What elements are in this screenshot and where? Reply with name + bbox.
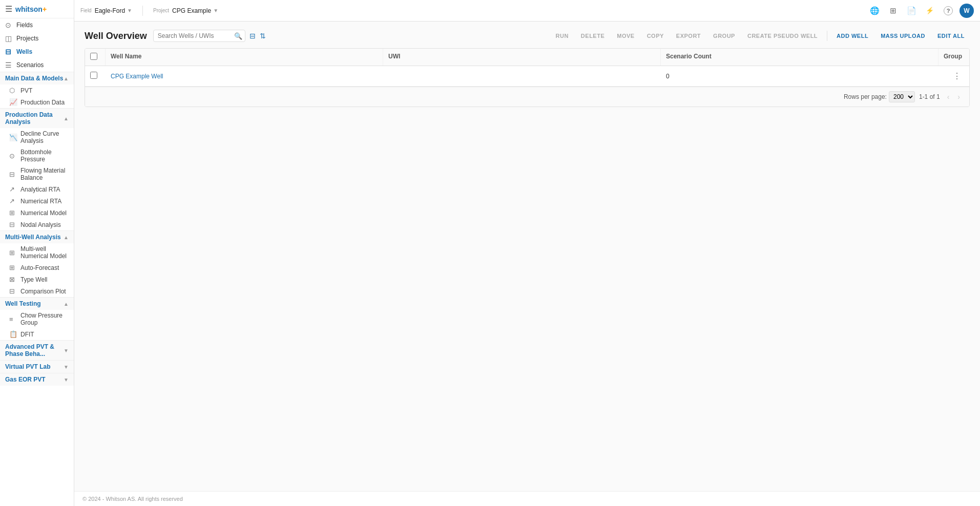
projects-icon: ◫ [5,34,13,43]
sub-nav-numerical-model[interactable]: ⊞ Numerical Model [0,207,74,219]
sub-nav-dfit[interactable]: 📋 DFIT [0,328,74,340]
sub-nav-bottomhole[interactable]: ⊙ Bottomhole Pressure [0,146,74,165]
sub-label-analytical-rta: Analytical RTA [20,186,60,193]
section-header-main-data[interactable]: Main Data & Models ▲ [0,72,74,85]
nav-item-projects[interactable]: ◫ Projects [0,32,74,45]
row-scenario-count: 0 [661,69,939,84]
sub-nav-auto-forecast[interactable]: ⊞ Auto-Forecast [0,262,74,273]
nav-label-projects: Projects [16,35,38,42]
page-header: Well Overview 🔍 ⊟ ⇅ RUN DELETE MOVE COPY… [85,30,970,42]
copy-button[interactable]: COPY [642,31,669,41]
row-well-name[interactable]: CPG Example Well [106,69,383,84]
nav-item-wells[interactable]: ⊟ Wells [0,45,74,58]
table-header: Well Name UWI Scenario Count Group [85,49,969,66]
user-avatar[interactable]: W [960,4,974,18]
file-icon-btn[interactable]: 📄 [904,4,919,18]
prev-page-button[interactable]: ‹ [944,92,953,102]
run-button[interactable]: RUN [551,31,574,41]
header-checkbox[interactable] [90,53,97,60]
sub-nav-multi-well-numerical[interactable]: ⊞ Multi-well Numerical Model [0,243,74,262]
filter-icon-btn[interactable]: ⚡ [923,4,937,18]
section-title-production-analysis: Production Data Analysis [5,111,64,125]
section-header-multi-well[interactable]: Multi-Well Analysis ▲ [0,230,74,243]
sub-nav-analytical-rta[interactable]: ↗ Analytical RTA [0,183,74,195]
export-button[interactable]: EXPORT [671,31,706,41]
sub-nav-pvt[interactable]: ⬡ PVT [0,85,74,96]
sub-label-multi-well-numerical: Multi-well Numerical Model [20,245,69,260]
sub-nav-nodal[interactable]: ⊟ Nodal Analysis [0,219,74,230]
content-area: Well Overview 🔍 ⊟ ⇅ RUN DELETE MOVE COPY… [74,22,980,491]
th-group: Group [939,49,969,66]
grid-icon-btn[interactable]: ⊞ [886,4,900,18]
sub-label-bottomhole: Bottomhole Pressure [20,149,69,163]
multi-well-numerical-icon: ⊞ [9,249,17,257]
sub-nav-chow-pressure[interactable]: ≡ Chow Pressure Group [0,310,74,328]
sub-nav-decline-curve[interactable]: 📉 Decline Curve Analysis [0,128,74,146]
sub-nav-flowing-material[interactable]: ⊟ Flowing Material Balance [0,165,74,183]
section-header-advanced-pvt[interactable]: Advanced PVT & Phase Beha... ▼ [0,340,74,360]
grid-icon: ⊞ [890,6,896,15]
rows-per-page: Rows per page: 200 50 100 [844,91,915,102]
chevron-virtual-pvt: ▼ [64,364,69,370]
pagination-bar: Rows per page: 200 50 100 1-1 of 1 ‹ › [85,87,969,107]
numerical-rta-icon: ↗ [9,197,17,205]
rows-per-page-select[interactable]: 200 50 100 [889,91,915,102]
section-header-production-analysis[interactable]: Production Data Analysis ▲ [0,108,74,128]
section-header-gas-eor[interactable]: Gas EOR PVT ▼ [0,373,74,386]
row-actions: ⋮ [939,66,969,86]
table-sort-icon[interactable]: ⇅ [260,32,266,40]
search-input[interactable] [153,30,245,42]
th-uwi: UWI [383,49,661,66]
move-button[interactable]: MOVE [612,31,639,41]
create-pseudo-button[interactable]: CREATE PSEUDO WELL [742,31,823,41]
sub-nav-type-well[interactable]: ⊠ Type Well [0,273,74,285]
section-header-well-testing[interactable]: Well Testing ▲ [0,297,74,310]
sub-label-dfit: DFIT [20,331,34,338]
project-value: CPG Example [172,7,211,14]
filter-icon: ⚡ [926,7,934,14]
pvt-icon: ⬡ [9,87,17,94]
th-scenario-count: Scenario Count [661,49,939,66]
scenarios-icon: ☰ [5,61,13,69]
wells-icon: ⊟ [5,48,13,56]
section-header-virtual-pvt[interactable]: Virtual PVT Lab ▼ [0,360,74,373]
edit-all-button[interactable]: EDIT ALL [932,31,970,41]
row-uwi [383,72,661,80]
mass-upload-button[interactable]: MASS UPLOAD [875,31,930,41]
sub-label-production-data: Production Data [20,99,65,106]
hamburger-icon[interactable]: ☰ [5,4,12,14]
delete-button[interactable]: DELETE [576,31,610,41]
nav-item-fields[interactable]: ⊙ Fields [0,18,74,32]
sub-nav-numerical-rta[interactable]: ↗ Numerical RTA [0,195,74,207]
next-page-button[interactable]: › [954,92,963,102]
search-bar: 🔍 ⊟ ⇅ [153,30,266,42]
section-title-main-data: Main Data & Models [5,75,63,82]
row-more-options-icon[interactable]: ⋮ [950,70,964,82]
globe-icon-btn[interactable]: 🌐 [867,4,882,18]
group-button[interactable]: GROUP [708,31,740,41]
nav-item-scenarios[interactable]: ☰ Scenarios [0,58,74,72]
brand-logo: whitson+ [15,5,47,13]
flowing-material-icon: ⊟ [9,171,17,178]
project-selector[interactable]: Project CPG Example ▼ [153,7,218,14]
table-filter-icon[interactable]: ⊟ [249,32,256,40]
sub-label-comparison-plot: Comparison Plot [20,288,66,295]
header-actions: RUN DELETE MOVE COPY EXPORT GROUP CREATE… [551,31,970,41]
sub-nav-comparison-plot[interactable]: ⊟ Comparison Plot [0,285,74,297]
sub-label-type-well: Type Well [20,276,47,283]
nav-label-wells: Wells [16,48,32,55]
chevron-production-analysis: ▲ [64,116,69,121]
project-label: Project [153,8,169,13]
field-selector[interactable]: Field Eagle-Ford ▼ [80,7,132,14]
field-arrow-icon: ▼ [127,8,132,13]
help-icon: ? [944,6,953,15]
search-icon[interactable]: 🔍 [234,32,242,40]
search-input-wrap: 🔍 [153,30,245,42]
sub-nav-production-data[interactable]: 📈 Production Data [0,96,74,108]
section-title-well-testing: Well Testing [5,300,41,307]
row-checkbox-input[interactable] [90,72,97,79]
footer: © 2024 - Whitson AS. All rights reserved [74,491,980,506]
auto-forecast-icon: ⊞ [9,264,17,271]
add-well-button[interactable]: ADD WELL [831,31,873,41]
help-icon-btn[interactable]: ? [941,4,955,18]
